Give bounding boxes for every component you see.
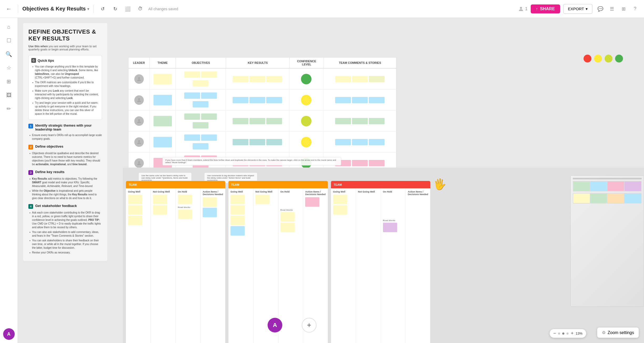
kr-sticky-3-1[interactable]: [233, 118, 248, 124]
retro-sticky-gw2-4[interactable]: [231, 226, 245, 236]
legend-red: [584, 55, 591, 63]
retro-sticky-ngw-2[interactable]: [153, 205, 167, 215]
export-button[interactable]: EXPORT ▾: [563, 4, 592, 14]
comment-sticky-1-3[interactable]: [369, 76, 385, 82]
kr-sticky-2-3[interactable]: [266, 97, 282, 103]
kr-sticky-1-3[interactable]: [266, 76, 282, 82]
retro-sticky-rb2-2[interactable]: [280, 223, 295, 232]
comment-sticky-5-2[interactable]: [352, 160, 368, 166]
kr-sticky-1-2[interactable]: [249, 76, 265, 82]
retro-sticky-rb3-1[interactable]: [383, 223, 397, 232]
comment-sticky-1-1[interactable]: [335, 76, 351, 82]
leader-avatar-3: [134, 116, 144, 126]
theme-cell-1: [150, 69, 176, 89]
redo-button[interactable]: ↻: [110, 4, 120, 14]
retro-sticky-ngw2-1[interactable]: [255, 195, 270, 204]
kr-sticky-4-2[interactable]: [249, 139, 265, 145]
retro-sticky-rb-1[interactable]: [178, 210, 192, 219]
record-button[interactable]: ⬜: [123, 4, 132, 14]
kr-sticky-3-2[interactable]: [249, 118, 265, 124]
comment-sticky-1-2[interactable]: [352, 76, 368, 82]
add-content-button[interactable]: +: [302, 318, 316, 332]
retro-sticky-yw-2[interactable]: [128, 205, 142, 215]
obj-sticky-4-3[interactable]: [193, 143, 208, 149]
obj-sticky-2-2[interactable]: [201, 92, 217, 99]
comment-sticky-2-3[interactable]: [369, 97, 385, 103]
obj-sticky-4-2[interactable]: [201, 134, 217, 141]
document-title[interactable]: Objectives & Key Results ▾: [22, 6, 89, 12]
comment-sticky-3-3[interactable]: [369, 118, 385, 124]
retro-sticky-gw2-2[interactable]: [231, 205, 245, 215]
retro-sticky-gw3-1[interactable]: [333, 195, 347, 204]
obj-sticky-1-2[interactable]: [201, 71, 217, 78]
kr-sticky-1-1[interactable]: [233, 76, 248, 82]
obj-sticky-3-1[interactable]: [184, 113, 200, 120]
sidebar-sticky-icon[interactable]: ☐: [3, 35, 15, 46]
outline-button[interactable]: ☰: [607, 4, 617, 14]
step-3-bullet-2: While the Objective is inspirational and…: [28, 189, 102, 200]
retro-sticky-ai-1[interactable]: [203, 197, 217, 207]
step-2-bullet-1: Objectives should be qualitative and des…: [28, 152, 102, 166]
obj-sticky-4-1[interactable]: [184, 134, 200, 141]
col-header-theme: THEME: [150, 58, 176, 68]
retro-sticky-gw2-1[interactable]: [231, 195, 245, 204]
user-avatar[interactable]: A: [3, 328, 15, 340]
kr-sticky-2-2[interactable]: [249, 97, 265, 103]
theme-sticky-2[interactable]: [154, 95, 172, 105]
grid-view-button[interactable]: ⊞: [619, 4, 628, 14]
sidebar-grid-icon[interactable]: ⊞: [3, 76, 15, 87]
obj-sticky-1-1[interactable]: [184, 71, 200, 78]
zoom-out-button[interactable]: −: [553, 331, 556, 336]
sidebar-star-icon[interactable]: ☆: [3, 62, 15, 74]
timer-button[interactable]: ⏱: [136, 4, 145, 14]
comment-sticky-5-3[interactable]: [369, 160, 385, 166]
help-button[interactable]: ?: [630, 4, 640, 14]
retro-sticky-rb2-1[interactable]: [280, 212, 295, 222]
retro-sticky-ai2-1[interactable]: [305, 197, 319, 207]
zoom-in-button[interactable]: +: [571, 331, 574, 336]
retro-board-2-header: TEAM: [228, 181, 328, 188]
retro-sticky-gw3-2[interactable]: [333, 205, 347, 215]
objectives-cell-1: [176, 69, 226, 89]
obj-sticky-3-2[interactable]: [201, 113, 217, 120]
right-toolbar-icons: 💬 ☰ ⊞ ?: [596, 4, 640, 14]
theme-sticky-3[interactable]: [154, 116, 172, 126]
kr-sticky-4-1[interactable]: [233, 139, 248, 145]
zoom-settings-button[interactable]: ⚙ Zoom settings: [597, 328, 639, 338]
confidence-cell-3: [289, 111, 324, 131]
sidebar-home-icon[interactable]: ⌂: [3, 21, 15, 33]
user-session-avatar[interactable]: A: [268, 318, 282, 332]
sidebar-image-icon[interactable]: 🖼: [3, 89, 15, 101]
comment-sticky-2-2[interactable]: [352, 97, 368, 103]
kr-sticky-3-3[interactable]: [266, 118, 282, 124]
obj-sticky-2-3[interactable]: [193, 101, 208, 107]
comment-sticky-4-2[interactable]: [352, 139, 368, 145]
back-button[interactable]: ←: [4, 4, 14, 14]
theme-sticky-1[interactable]: [154, 74, 172, 84]
obj-sticky-2-1[interactable]: [184, 92, 200, 99]
retro-sticky-gw2-3[interactable]: [231, 216, 245, 225]
sidebar-search-icon[interactable]: 🔍: [3, 48, 15, 60]
share-button[interactable]: ↑ SHARE: [531, 4, 560, 13]
comment-sticky-2-1[interactable]: [335, 97, 351, 103]
comment-sticky-3-1[interactable]: [335, 118, 351, 124]
mini-cell-1: [573, 181, 590, 191]
comment-sticky-4-3[interactable]: [369, 139, 385, 145]
kr-sticky-4-3[interactable]: [266, 139, 282, 145]
retro-sticky-ngw-1[interactable]: [153, 195, 167, 204]
retro-sticky-yw-3[interactable]: [128, 216, 142, 225]
sidebar-pen-icon[interactable]: ✏: [3, 103, 15, 115]
retro-sticky-ai-2[interactable]: [203, 208, 217, 217]
comment-sticky-3-2[interactable]: [352, 118, 368, 124]
obj-sticky-1-3[interactable]: [193, 80, 208, 86]
kr-sticky-2-1[interactable]: [233, 97, 248, 103]
chat-button[interactable]: 💬: [596, 4, 605, 14]
theme-sticky-4[interactable]: [154, 137, 172, 147]
retro-sticky-yw-1[interactable]: [128, 195, 142, 204]
comment-sticky-4-1[interactable]: [335, 139, 351, 145]
retro-sticky-oh-1[interactable]: [178, 195, 192, 204]
retro-board-3: TEAM Going Well Not Going Well On Hold R…: [331, 181, 431, 343]
undo-button[interactable]: ↺: [98, 4, 107, 14]
obj-sticky-3-3[interactable]: [193, 122, 208, 128]
objectives-cell-4: [176, 132, 226, 152]
